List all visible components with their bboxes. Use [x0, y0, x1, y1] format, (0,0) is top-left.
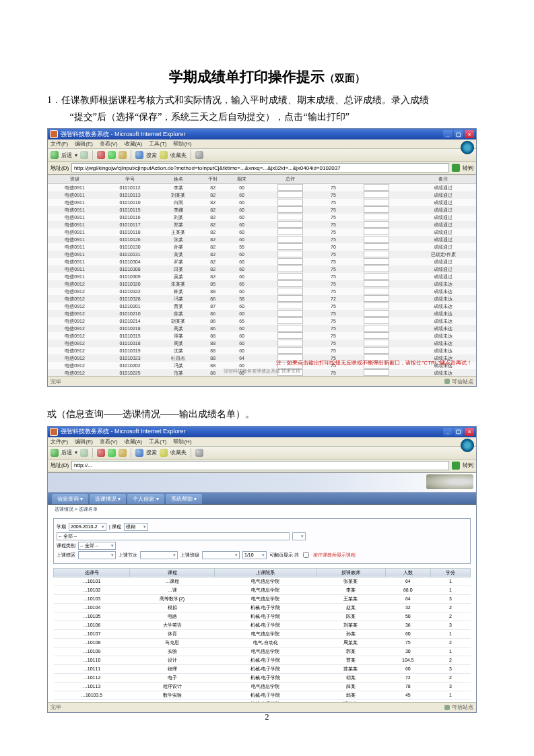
score-input[interactable]: [364, 273, 389, 280]
home-icon[interactable]: [119, 449, 127, 457]
search-icon[interactable]: [135, 151, 143, 159]
select-period[interactable]: [140, 551, 178, 559]
favorites-icon[interactable]: [160, 151, 168, 159]
menu-item[interactable]: 帮助(H): [173, 140, 191, 148]
score-input[interactable]: [364, 288, 389, 294]
score-input[interactable]: [277, 191, 303, 198]
nav-tab[interactable]: 选课情况 ▾: [90, 494, 126, 504]
select-type[interactable]: -- 全部 --: [78, 542, 116, 550]
nav-tab[interactable]: 信息查询 ▾: [52, 494, 88, 504]
score-input[interactable]: [364, 251, 389, 257]
go-button[interactable]: [452, 164, 460, 172]
menu-item[interactable]: 文件(F): [51, 140, 68, 148]
back-icon[interactable]: [51, 449, 59, 457]
refresh-icon[interactable]: [108, 449, 116, 457]
table-row[interactable]: …10104模拟机械-电子学院赵某322: [54, 603, 471, 612]
close-button[interactable]: ×: [465, 428, 474, 436]
back-label[interactable]: 后退: [61, 152, 72, 159]
go-button[interactable]: [452, 462, 460, 470]
menu-item[interactable]: 收藏(A): [125, 438, 143, 445]
score-input[interactable]: [364, 340, 389, 346]
menu-item[interactable]: 工具(T): [149, 140, 166, 148]
minimize-button[interactable]: _: [443, 130, 453, 138]
table-row[interactable]: …10108马克思电气-自动化周某某752: [54, 638, 471, 647]
score-input[interactable]: [364, 184, 389, 191]
table-row[interactable]: …10112电子机械-电子学院胡某722: [54, 673, 471, 682]
score-input[interactable]: [364, 221, 389, 228]
score-input[interactable]: [364, 214, 389, 220]
refresh-icon[interactable]: [108, 151, 116, 159]
score-input[interactable]: [277, 325, 303, 332]
table-row[interactable]: …10107体育电气信息学院孙某601: [54, 629, 471, 638]
table-row[interactable]: …10103.5数学实验机械-电子学院韩某451: [54, 691, 471, 699]
stop-icon[interactable]: [97, 151, 105, 159]
forward-icon[interactable]: [80, 151, 88, 159]
table-row[interactable]: …10103.5CAD机械-电子学院冯某某582: [54, 699, 471, 702]
score-input[interactable]: [364, 191, 389, 198]
print-icon[interactable]: [195, 151, 203, 159]
select-page[interactable]: 1/10: [242, 551, 267, 559]
nav-tab[interactable]: 个人信息 ▾: [127, 494, 164, 504]
score-input[interactable]: [364, 317, 389, 324]
score-input[interactable]: [277, 340, 303, 346]
select-dropdown[interactable]: [292, 532, 306, 540]
table-row[interactable]: …10105电路机械-电子学院陈某502: [54, 612, 471, 621]
search-label[interactable]: 搜索: [146, 152, 157, 159]
score-input[interactable]: [277, 228, 303, 235]
table-row[interactable]: …10110设计机械-电子学院曹某104.52: [54, 656, 471, 664]
score-input[interactable]: [277, 243, 303, 250]
menu-item[interactable]: 编辑(E): [75, 140, 93, 148]
score-input[interactable]: [277, 303, 303, 309]
score-input[interactable]: [277, 206, 303, 213]
select-campus[interactable]: [78, 551, 116, 559]
select-class[interactable]: [202, 551, 240, 559]
score-input[interactable]: [364, 258, 389, 265]
print-icon[interactable]: [195, 449, 203, 457]
menu-item[interactable]: 编辑(E): [75, 438, 93, 445]
score-input[interactable]: [277, 310, 303, 317]
score-input[interactable]: [277, 214, 303, 220]
select-match-mode[interactable]: 模糊: [124, 523, 148, 531]
home-icon[interactable]: [119, 151, 127, 159]
table-row[interactable]: …10109实验电气信息学院郭某301: [54, 647, 471, 656]
select-term[interactable]: 2009-2010-2: [69, 523, 106, 531]
menu-item[interactable]: 查看(V): [100, 140, 118, 148]
close-button[interactable]: ×: [465, 130, 474, 138]
score-input[interactable]: [277, 251, 303, 257]
address-input[interactable]: [71, 461, 449, 470]
go-label[interactable]: 转到: [463, 462, 473, 469]
input-course-name[interactable]: -- 全部 --: [57, 532, 290, 540]
score-input[interactable]: [364, 325, 389, 332]
score-input[interactable]: [277, 288, 303, 294]
score-input[interactable]: [277, 273, 303, 280]
address-input[interactable]: [71, 163, 449, 172]
score-input[interactable]: [277, 199, 303, 206]
checkbox-by-teacher[interactable]: [303, 552, 309, 558]
favorites-icon[interactable]: [160, 449, 168, 457]
nav-tab[interactable]: 系统帮助 ▾: [166, 494, 202, 504]
score-input[interactable]: [364, 295, 389, 302]
score-input[interactable]: [277, 280, 303, 287]
score-input[interactable]: [364, 310, 389, 317]
score-input[interactable]: [364, 332, 389, 339]
table-row[interactable]: …10111物理机械-电子学院苏某某603: [54, 664, 471, 673]
score-input[interactable]: [364, 347, 389, 354]
menu-item[interactable]: 收藏(A): [125, 140, 143, 148]
score-input[interactable]: [277, 265, 303, 272]
score-input[interactable]: [277, 221, 303, 228]
fav-label[interactable]: 收藏夹: [170, 152, 187, 159]
menu-item[interactable]: 文件(F): [51, 438, 68, 445]
table-row[interactable]: …10103高等数学(2)电气信息学院王某某643: [54, 594, 471, 603]
go-label[interactable]: 转到: [463, 164, 473, 172]
maximize-button[interactable]: ▢: [454, 130, 463, 138]
score-input[interactable]: [364, 243, 389, 250]
score-input[interactable]: [364, 206, 389, 213]
score-input[interactable]: [364, 303, 389, 309]
score-input[interactable]: [364, 265, 389, 272]
score-input[interactable]: [277, 317, 303, 324]
score-input[interactable]: [364, 236, 389, 243]
back-icon[interactable]: [51, 151, 59, 159]
menu-item[interactable]: 工具(T): [149, 438, 166, 445]
score-input[interactable]: [277, 295, 303, 302]
score-input[interactable]: [277, 332, 303, 339]
